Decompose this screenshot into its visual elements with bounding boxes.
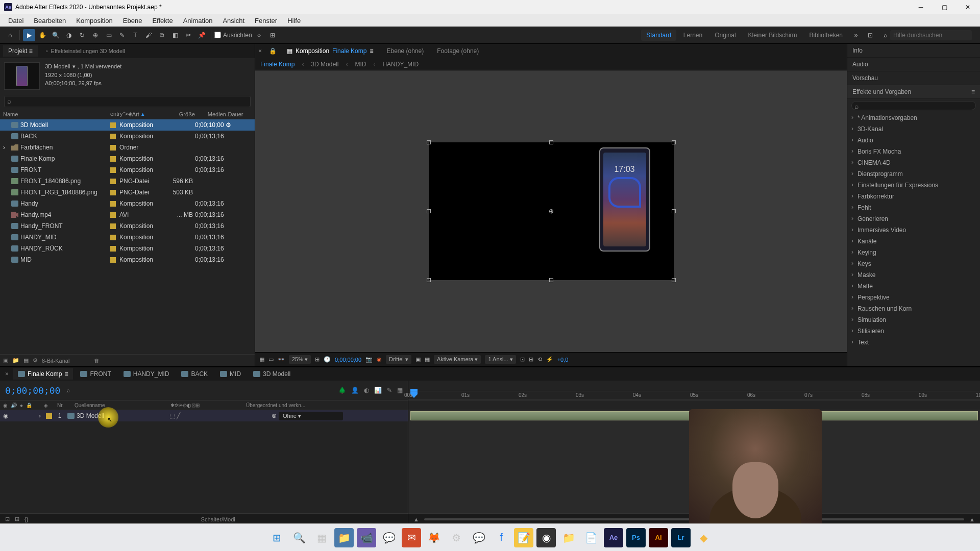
camera-dropdown[interactable]: Aktive Kamera ▾ [434,355,481,364]
crumb-finale[interactable]: Finale Komp [260,61,295,68]
menu-effekte[interactable]: Effekte [147,14,178,27]
pickwhip-icon[interactable]: ⊚ [272,412,277,419]
explorer-icon[interactable]: 📁 [334,528,354,547]
switches-modes-toggle[interactable]: Schalter/Modi [201,516,235,522]
info-panel-tab[interactable]: Info [847,44,980,58]
tl-toggle-1-icon[interactable]: ⊡ [5,516,10,522]
close-comp-icon[interactable]: × [258,47,262,55]
pen-tool-icon[interactable]: ✎ [116,29,128,41]
effect-category[interactable]: 3D-Kanal [847,123,980,135]
effect-category[interactable]: Text [847,337,980,348]
project-item[interactable]: HANDY_RÜCK Komposition 0;00;13;16 [0,243,255,254]
zoom-in-icon[interactable]: ▲ [969,516,975,522]
effect-category[interactable]: Dienstprogramm [847,168,980,180]
project-item[interactable]: Handy Komposition 0;00;13;16 [0,198,255,209]
tl-toggle-2-icon[interactable]: ⊞ [15,516,19,522]
phone-layer[interactable]: 17:03 [599,147,650,252]
lock-comp-icon[interactable]: 🔒 [269,47,277,55]
tl-tree-icon[interactable]: 🌲 [338,387,346,394]
notepad-icon[interactable]: 📄 [581,528,601,547]
zoom-out-icon[interactable]: ▲ [413,516,419,522]
mail-icon[interactable]: ✉ [402,528,421,547]
project-settings-icon[interactable]: ⚙ [33,357,38,364]
tl-blur-icon[interactable]: ◐ [364,387,369,394]
project-tab[interactable]: Projekt ≡ [3,45,38,57]
layer-transform-icon[interactable]: ╱ [177,412,180,419]
workspace-standard[interactable]: Standard [641,30,676,41]
project-item[interactable]: Handy.mp4 AVI ... MB 0;00;13;16 [0,209,255,220]
search-taskbar-icon[interactable]: 🔍 [289,528,309,547]
project-item[interactable]: Handy_FRONT Komposition 0;00;13;16 [0,220,255,232]
selection-tool-icon[interactable]: ▶ [23,29,35,41]
interpret-footage-icon[interactable]: ▣ [3,357,8,364]
composition-viewer[interactable]: ⊕ 17:03 [255,70,847,352]
workspace-original[interactable]: Original [709,30,741,41]
timeline-ruler[interactable]: 00s01s02s03s04s05s06s07s08s09s10s [408,381,980,400]
crumb-mid[interactable]: MID [355,61,366,68]
timeline-tab[interactable]: HANDY_MID [118,368,175,380]
bpc-label[interactable]: 8-Bit-Kanal [42,358,69,364]
delete-icon[interactable]: 🗑 [94,358,100,364]
menu-ansicht[interactable]: Ansicht [217,14,250,27]
effects-search-input[interactable] [851,101,976,110]
new-comp-icon[interactable]: ▦ [23,357,29,364]
layer-switch-icon[interactable]: ⬚ [169,412,175,419]
whatsapp-icon[interactable]: 💬 [379,528,399,547]
taskview-icon[interactable]: ▦ [312,528,331,547]
transparency-icon[interactable]: ▦ [425,356,430,363]
timeline-search[interactable] [66,387,332,394]
menu-bearbeiten[interactable]: Bearbeiten [29,14,71,27]
aftereffects-icon[interactable]: Ae [604,528,623,547]
effect-category[interactable]: * Animationsvorgaben [847,112,980,123]
photoshop-icon[interactable]: Ps [626,528,646,547]
effects-panel-tab[interactable]: Effekte und Vorgaben≡ [847,85,980,99]
project-search-input[interactable] [4,96,251,107]
menu-hilfe[interactable]: Hilfe [282,14,306,27]
eraser-tool-icon[interactable]: ◧ [169,29,181,41]
project-item[interactable]: FRONT_RGB_1840886.png PNG-Datei 503 KB [0,187,255,198]
effect-category[interactable]: Keying [847,247,980,258]
viewer-grid-icon[interactable]: ⊞ [315,356,320,363]
project-item[interactable]: HANDY_MID Komposition 0;00;13;16 [0,232,255,243]
effect-category[interactable]: Perspektive [847,292,980,303]
zoom-dropdown[interactable]: 25% ▾ [289,355,311,364]
viewer-opt3-icon[interactable]: ⟲ [537,356,542,363]
viewer-mask-icon[interactable]: 👓 [278,356,285,363]
effect-category[interactable]: Keys [847,258,980,269]
new-folder-icon[interactable]: 📁 [12,357,19,364]
comp-canvas[interactable]: ⊕ 17:03 [429,142,674,280]
viewer-btn-2-icon[interactable]: ▭ [268,356,274,363]
workspace-more-icon[interactable]: » [850,29,862,41]
project-item[interactable]: FRONT Komposition 0;00;13;16 [0,164,255,176]
roto-tool-icon[interactable]: ✂ [182,29,194,41]
tl-graph-icon[interactable]: 📊 [374,387,382,394]
close-timeline-tab-icon[interactable]: × [3,370,11,378]
help-search-input[interactable] [890,30,972,40]
notes-icon[interactable]: 📝 [514,528,533,547]
audio-panel-tab[interactable]: Audio [847,58,980,71]
app-last-icon[interactable]: ◆ [694,528,713,547]
close-button[interactable]: ✕ [962,1,974,13]
obs-icon[interactable]: ◉ [536,528,556,547]
workspace-lernen[interactable]: Lernen [678,30,707,41]
tl-frame-icon[interactable]: ▦ [397,387,403,394]
workspace-bibliotheken[interactable]: Bibliotheken [804,30,848,41]
stamp-tool-icon[interactable]: ⧉ [156,29,168,41]
tl-shy-icon[interactable]: 👤 [351,387,359,394]
effect-category[interactable]: Audio [847,135,980,146]
rotate-tool-icon[interactable]: ↻ [76,29,88,41]
effect-category[interactable]: Einstellungen für Expressions [847,180,980,191]
effect-controls-tab[interactable]: ▫ Effekteinstellungen 3D Modell [42,46,129,56]
viewer-opt2-icon[interactable]: ⊞ [529,356,533,363]
menu-animation[interactable]: Animation [178,14,218,27]
effect-category[interactable]: Generieren [847,213,980,224]
effect-category[interactable]: Rauschen und Korn [847,303,980,314]
snap-options-icon[interactable]: ⟐ [253,29,265,41]
layer-viewer-tab[interactable]: Ebene (ohne) [383,45,427,57]
timeline-tab[interactable]: FRONT [75,368,116,380]
snapshot-icon[interactable]: 📷 [365,356,373,363]
project-item[interactable]: 3D Modell Komposition 0;00;10;00 ⚙ [0,119,255,131]
viewer-opt4-icon[interactable]: ⚡ [546,356,553,363]
menu-datei[interactable]: Datei [3,14,29,27]
parent-dropdown[interactable]: Ohne ▾ [279,412,343,420]
